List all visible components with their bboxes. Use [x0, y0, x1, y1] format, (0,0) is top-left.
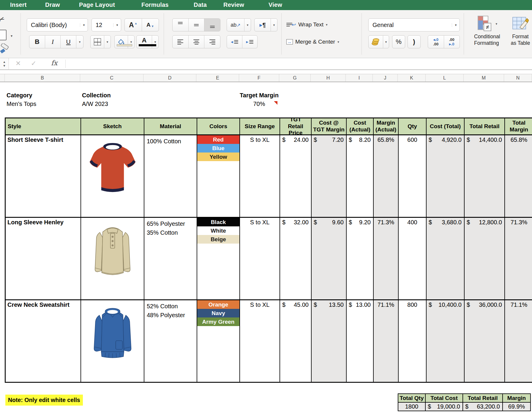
note-banner[interactable]: Note: Only edit white cells	[5, 395, 83, 406]
column-header[interactable]: I	[346, 74, 373, 82]
total-margin-cell[interactable]: 71.1%	[505, 300, 532, 382]
total-retail-cell[interactable]: $36,000.0	[465, 300, 505, 382]
total-retail-cell[interactable]: $14,400.0	[465, 135, 505, 217]
sketch-cell[interactable]	[81, 218, 144, 299]
currency-style-button[interactable]	[369, 36, 383, 48]
shrink-font-button[interactable]: A ▼	[142, 19, 159, 31]
total-cost-cell[interactable]: $19,000.0	[426, 403, 463, 411]
cost-total-cell[interactable]: $4,920.0	[427, 135, 465, 217]
cut-icon[interactable]: ✂	[0, 14, 6, 25]
sketch-cell[interactable]	[81, 300, 144, 382]
italic-button[interactable]: I	[45, 36, 61, 48]
font-color-button[interactable]: A	[137, 36, 152, 48]
collection-value[interactable]: A/W 2023	[82, 101, 108, 107]
total-qty-cell[interactable]: 1800	[398, 403, 426, 411]
chevron-down-icon[interactable]: ▾	[113, 23, 121, 27]
column-header[interactable]: J	[373, 74, 398, 82]
cost-total-cell[interactable]: $10,400.0	[427, 300, 465, 382]
material-cell[interactable]: 65% Polyester 35% Cotton	[144, 218, 197, 299]
text-orientation-button[interactable]: ab ↗	[227, 19, 244, 31]
cost-total-cell[interactable]: $3,680.0	[427, 218, 465, 299]
text-direction-button[interactable]: ▶ ¶	[255, 19, 271, 31]
name-box-spinner[interactable]: ▲ ▼	[0, 58, 9, 69]
colors-cell[interactable]: Red Blue Yellow	[197, 135, 240, 217]
cost-at-tgt-margin-cell[interactable]: $7.20	[312, 135, 347, 217]
header-material[interactable]: Material	[144, 118, 197, 134]
header-total-retail[interactable]: Total Retail	[465, 118, 505, 134]
percent-style-button[interactable]: %	[392, 35, 405, 48]
align-bottom-button[interactable]	[204, 19, 220, 31]
style-cell[interactable]: Crew Neck Sweatshirt	[6, 300, 81, 382]
cost-at-tgt-margin-cell[interactable]: $9.60	[312, 218, 347, 299]
size-range-cell[interactable]: S to XL	[240, 218, 280, 299]
total-retail-cell[interactable]: $63,200.0	[463, 403, 503, 411]
tab-formulas[interactable]: Formulas	[141, 0, 169, 10]
column-header[interactable]: M	[464, 74, 504, 82]
align-center-button[interactable]	[188, 36, 204, 48]
grow-font-button[interactable]: A ▲	[125, 19, 142, 31]
size-range-cell[interactable]: S to XL	[240, 300, 280, 382]
column-header[interactable]: G	[279, 74, 311, 82]
cost-at-tgt-margin-cell[interactable]: $13.50	[312, 300, 347, 382]
material-cell[interactable]: 52% Cotton 48% Polyester	[144, 300, 197, 382]
qty-cell[interactable]: 800	[399, 300, 427, 382]
text-direction-dropdown[interactable]: ▾	[271, 19, 277, 31]
increase-decimal-button[interactable]: ◂.0 .00	[428, 36, 444, 48]
cost-actual-cell[interactable]: $13.00	[347, 300, 374, 382]
tab-page-layout[interactable]: Page Layout	[79, 0, 115, 10]
column-header[interactable]: L	[426, 74, 464, 82]
borders-dropdown[interactable]: ▾	[104, 36, 110, 48]
header-size-range[interactable]: Size Range	[240, 118, 280, 134]
qty-cell[interactable]: 600	[399, 135, 427, 217]
collection-label[interactable]: Collection	[82, 92, 111, 99]
borders-button[interactable]	[91, 36, 104, 48]
insert-function-icon[interactable]: fx	[51, 59, 57, 67]
increase-indent-button[interactable]: ▸	[242, 36, 258, 48]
category-value[interactable]: Men's Tops	[7, 101, 36, 107]
align-left-button[interactable]	[173, 36, 188, 48]
total-margin-cell[interactable]: 65.8%	[505, 135, 532, 217]
tab-view[interactable]: View	[269, 0, 282, 10]
column-header[interactable]: H	[311, 74, 346, 82]
totals-header-retail[interactable]: Total Retail	[463, 394, 503, 402]
column-header[interactable]: N	[504, 74, 532, 82]
total-margin-cell[interactable]: 71.3%	[505, 218, 532, 299]
cost-actual-cell[interactable]: $9.20	[347, 218, 374, 299]
decrease-indent-button[interactable]: ◂	[227, 36, 242, 48]
header-sketch[interactable]: Sketch	[81, 118, 144, 134]
chevron-down-icon[interactable]: ▾	[80, 23, 88, 27]
column-header[interactable]: B	[5, 74, 80, 82]
format-as-table-button[interactable]: Format as Table	[509, 15, 532, 46]
spinner-down-icon[interactable]: ▼	[3, 64, 6, 67]
header-style[interactable]: Style	[6, 118, 81, 134]
paste-icon[interactable]	[0, 30, 7, 40]
total-margin-cell[interactable]: 69.9%	[503, 403, 530, 411]
style-cell[interactable]: Long Sleeve Henley	[6, 218, 81, 299]
header-colors[interactable]: Colors	[197, 118, 240, 134]
font-size-combo[interactable]: 12 ▾	[91, 18, 121, 31]
comma-style-button[interactable]: )	[408, 35, 421, 48]
totals-header-cost[interactable]: Total Cost	[426, 394, 463, 402]
cost-actual-cell[interactable]: $8.20	[347, 135, 374, 217]
size-range-cell[interactable]: S to XL	[240, 135, 280, 217]
conditional-formatting-button[interactable]: ≠ ▾ Conditional Formatting	[474, 15, 495, 46]
wrap-text-button[interactable]: ↩ Wrap Text ▾	[286, 21, 328, 28]
tgt-retail-price-cell[interactable]: $24.00	[280, 135, 312, 217]
enter-icon[interactable]: ✓	[31, 60, 36, 67]
fill-color-button[interactable]	[115, 36, 128, 48]
underline-button[interactable]: U	[60, 36, 76, 48]
totals-header-margin[interactable]: Margin	[503, 394, 530, 402]
column-header[interactable]: E	[196, 74, 239, 82]
totals-header-qty[interactable]: Total Qty	[398, 394, 426, 402]
colors-cell[interactable]: Orange Navy Army Green	[197, 300, 240, 382]
formula-input[interactable]	[68, 59, 529, 69]
header-margin-actual[interactable]: Margin (Actual)	[374, 118, 399, 134]
style-cell[interactable]: Short Sleeve T-shirt	[6, 135, 81, 217]
column-header[interactable]: C	[80, 74, 143, 82]
tab-review[interactable]: Review	[223, 0, 244, 10]
header-cost-at-tgt-margin[interactable]: Cost @ TGT Margin	[312, 118, 347, 134]
tgt-retail-price-cell[interactable]: $45.00	[280, 300, 312, 382]
header-cost-actual[interactable]: Cost (Actual)	[347, 118, 374, 134]
header-cost-total[interactable]: Cost (Total)	[427, 118, 465, 134]
header-qty[interactable]: Qty	[399, 118, 427, 134]
